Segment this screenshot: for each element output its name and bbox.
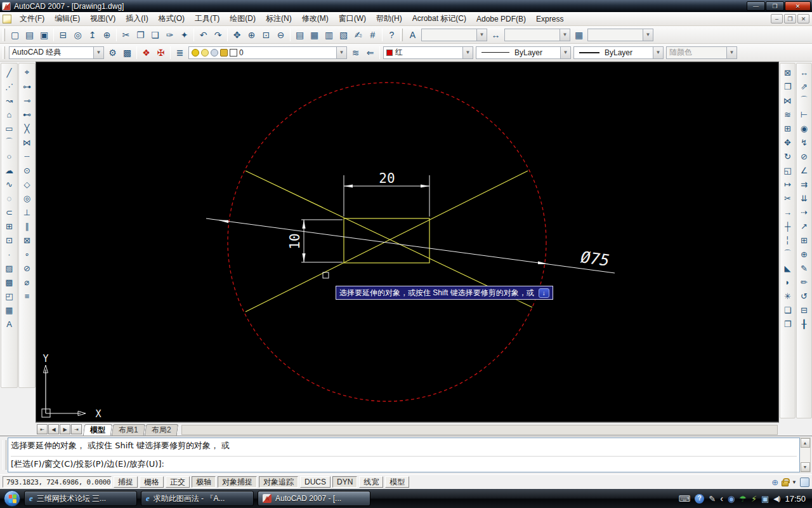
stretch-button[interactable]: ↦ [781, 177, 795, 191]
taskbar-window-button[interactable]: A AutoCAD 2007 - [... [258, 491, 370, 506]
snap-midpoint-button[interactable]: ⊷ [20, 107, 34, 121]
chevron-icon[interactable]: ‹ [720, 494, 723, 503]
hatch-button[interactable]: ▨ [3, 261, 16, 275]
mdi-close-button[interactable]: ✕ [797, 14, 809, 23]
minimize-button[interactable]: — [747, 1, 765, 11]
save-button[interactable]: ▣ [37, 27, 51, 42]
block-editor-button[interactable]: ✦ [177, 27, 192, 42]
dim-text-edit-button[interactable]: ✏ [797, 275, 811, 289]
menu-file[interactable]: 文件(F) [15, 12, 49, 25]
toggle-ducs[interactable]: DUCS [300, 476, 331, 488]
layer-combo[interactable]: 0 ▼ [188, 46, 347, 59]
explode-button[interactable]: ✳ [781, 289, 795, 303]
dim-jogged-button[interactable]: ↯ [797, 135, 811, 149]
snap-insert-button[interactable]: ⊠ [20, 233, 34, 247]
communication-center-icon[interactable]: ⊕ [771, 478, 778, 487]
layer-manager-button[interactable]: ≣ [173, 45, 187, 60]
toggle-otrack[interactable]: 对象追踪 [259, 476, 298, 488]
pen-tray-icon[interactable]: ✎ [709, 495, 716, 503]
draworder-back-button[interactable]: ❐ [781, 317, 795, 331]
move-button[interactable]: ✥ [781, 135, 795, 149]
tab-layout1[interactable]: 布局1 [112, 424, 145, 436]
table-button[interactable]: ▦ [3, 303, 16, 317]
taskbar-window-button[interactable]: e 求助此图画法 - 『A... [141, 491, 254, 506]
command-prompt-line[interactable]: [栏选(F)/窗交(C)/投影(P)/边(E)/放弃(U)]: [11, 456, 797, 471]
paste-button[interactable]: ❏ [148, 27, 162, 42]
menu-express[interactable]: Express [531, 12, 568, 25]
menu-format[interactable]: 格式(O) [154, 12, 190, 25]
plot-button[interactable]: ⊟ [56, 27, 70, 42]
draworder-front-button[interactable]: ❏ [781, 303, 795, 317]
snap-none-button[interactable]: ⌀ [20, 275, 34, 289]
start-button[interactable] [4, 490, 20, 507]
polygon-button[interactable]: ⌂ [3, 107, 16, 121]
copy-button[interactable]: ❐ [133, 27, 148, 42]
snap-apparent-intersection-button[interactable]: ⋈ [20, 135, 34, 149]
coordinate-readout[interactable]: 793.1823, 724.6986, 0.0000 [3, 476, 112, 488]
taskbar-window-button[interactable]: e 三维网技术论坛 三... [24, 491, 137, 506]
layer-states-button[interactable]: ≋ [348, 45, 363, 60]
join-button[interactable]: ⌒ [781, 247, 795, 261]
snap-intersection-button[interactable]: ╳ [20, 121, 34, 135]
new-file-button[interactable]: ▢ [8, 27, 22, 42]
tab-layout2[interactable]: 布局2 [144, 424, 178, 436]
arc-button[interactable]: ⌒ [3, 135, 16, 149]
tab-first-button[interactable]: ⇤ [37, 424, 48, 434]
zoom-window-button[interactable]: ⊡ [259, 27, 273, 42]
umbrella-tray-icon[interactable]: ☂ [739, 495, 747, 503]
command-window-grip[interactable] [3, 440, 6, 470]
workspace-settings-button[interactable]: ⚙ [105, 45, 120, 60]
snap-parallel-button[interactable]: ∥ [20, 219, 34, 233]
scale-button[interactable]: ◱ [781, 163, 795, 177]
quick-leader-button[interactable]: ↗ [797, 219, 811, 233]
tab-next-button[interactable]: ▶ [60, 424, 70, 434]
trim-button[interactable]: ✂ [781, 191, 795, 205]
menu-window[interactable]: 窗口(W) [334, 12, 371, 25]
quick-dimension-button[interactable]: ⇉ [797, 177, 811, 191]
region-button[interactable]: ◰ [3, 289, 16, 303]
diameter-dimension-line[interactable] [206, 218, 615, 273]
temporary-track-point-button[interactable]: ⌖ [20, 65, 34, 79]
toggle-lwt[interactable]: 线宽 [359, 476, 383, 488]
menu-edit[interactable]: 编辑(E) [49, 12, 85, 25]
menu-tools[interactable]: 工具(T) [190, 12, 225, 25]
command-text-area[interactable]: 选择要延伸的对象， 或按住 Shift 键选择要修剪的对象， 或 [栏选(F)/… [8, 438, 800, 472]
osnap-settings-button[interactable]: ≡ [20, 289, 34, 303]
plotstyle-combo[interactable]: 随颜色 ▼ [666, 46, 737, 59]
clean-screen-button[interactable] [800, 478, 809, 487]
workspace-save-button[interactable]: ▩ [120, 45, 134, 60]
toggle-grid[interactable]: 栅格 [140, 476, 164, 488]
sheet-set-manager-button[interactable]: ▧ [336, 27, 351, 42]
workspace-combo[interactable]: AutoCAD 经典 ▼ [9, 46, 104, 59]
power-tray-icon[interactable]: ⚡ [751, 495, 757, 503]
diameter-dimension-text[interactable]: Ø75 [580, 248, 611, 270]
snap-from-button[interactable]: ⊶ [20, 79, 34, 93]
dim-linear-button[interactable]: ↔ [797, 65, 811, 79]
network-tray-icon[interactable]: ▣ [761, 495, 769, 503]
web-button[interactable]: ⊕ [100, 27, 114, 42]
menu-dimension[interactable]: 标注(N) [261, 12, 297, 25]
toggle-dyn[interactable]: DYN [332, 476, 357, 488]
status-menu-arrow-icon[interactable]: ▼ [792, 479, 797, 485]
erase-button[interactable]: ⊠ [781, 65, 795, 79]
snap-tangent-button[interactable]: ◎ [20, 191, 34, 205]
construction-line-button[interactable]: ⋰ [3, 79, 16, 93]
restore-button[interactable]: ❐ [766, 1, 784, 11]
break-button[interactable]: ╎ [781, 233, 795, 247]
dim-edit-button[interactable]: ✎ [797, 261, 811, 275]
cut-button[interactable]: ✂ [119, 27, 133, 42]
tolerance-button[interactable]: ⊞ [797, 233, 811, 247]
snap-extension-button[interactable]: ┄ [20, 149, 34, 163]
help-button[interactable]: ? [384, 27, 399, 42]
point-button[interactable]: · [3, 247, 16, 261]
menu-acrobat-markup[interactable]: Acrobat 标记(C) [407, 12, 471, 25]
chamfer-button[interactable]: ◣ [781, 261, 795, 275]
polyline-button[interactable]: ↝ [3, 93, 16, 107]
ellipse-arc-button[interactable]: ⊂ [3, 205, 16, 219]
menu-help[interactable]: 帮助(H) [371, 12, 407, 25]
menu-draw[interactable]: 绘图(D) [225, 12, 261, 25]
markup-button[interactable]: ✍ [351, 27, 365, 42]
dim-aligned-button[interactable]: ⇗ [797, 79, 811, 93]
toolbar-grip[interactable] [3, 46, 5, 59]
tab-prev-button[interactable]: ◀ [48, 424, 59, 434]
